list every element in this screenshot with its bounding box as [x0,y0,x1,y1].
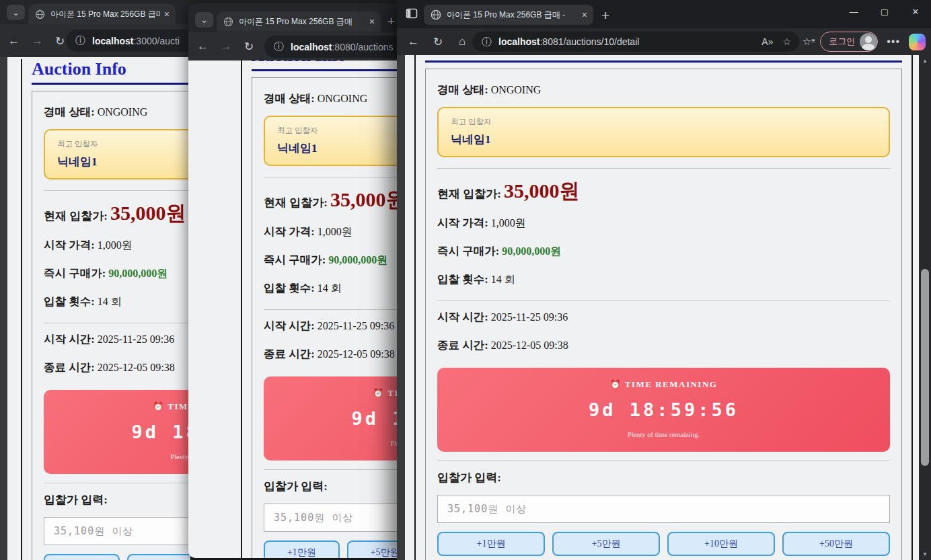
time-remaining-title: ⏰ TIME REMAINING [444,379,883,390]
bid-count-label: 입찰 횟수: [264,282,315,294]
end-time-label: 종료 시간: [44,361,95,374]
home-icon[interactable]: ⌂ [459,35,466,48]
divider [437,168,890,169]
current-bid-value: 35,000원 [330,188,397,210]
start-time-value: 2025-11-25 09:36 [318,320,395,331]
time-remaining-box: ⏰ TIME REMAINING 9d 18:59:56 Plenty of t… [44,390,190,474]
address-bar[interactable]: ⓘ localhost:8080/auctions [264,36,397,58]
scrollbar-thumb[interactable] [921,269,929,466]
minimize-button[interactable]: — [838,0,869,23]
current-bid-label: 현재 입찰가: [44,210,108,223]
address-bar[interactable]: ⓘ localhost:8081/auctions/10/detail A» ☆ [472,32,799,52]
back-icon[interactable]: ← [8,34,20,48]
login-label: 로그인 [829,36,855,48]
window-edge-strip [0,57,7,560]
window-edge-strip [397,55,405,560]
current-bid-label: 현재 입찰가: [437,188,501,200]
buy-now-label: 즉시 구매가: [264,253,326,266]
browser-tab[interactable]: 아이폰 15 Pro Max 256GB 급매 × [217,11,381,32]
divider [264,469,397,470]
quick-bid-buttons: +1만원 +5만원 +10만원 +50만원 [44,554,190,560]
auction-info-panel: 경매 상태: ONGOING 최고 입찰자 닉네임1 현재 입찰가:35,000… [252,77,397,558]
end-time-value: 2025-12-05 09:38 [318,348,395,360]
start-time-value: 2025-11-25 09:36 [491,311,568,323]
quick-bid-button-5[interactable]: +5만원 [552,532,660,556]
new-tab-icon[interactable]: + [601,7,609,24]
start-price-label: 시작 가격: [437,216,488,229]
auction-status-row: 경매 상태: ONGOING [264,91,397,106]
maximize-button[interactable]: ▢ [869,0,900,23]
tab-search-chevron-icon[interactable]: ⌄ [7,5,25,20]
browser-tab[interactable]: 아이폰 15 Pro Max 256GB 급매 - × [424,5,593,25]
bid-amount-input[interactable] [44,517,190,545]
collections-icon[interactable]: ☆≡ [803,36,811,48]
top-bidder-box: 최고 입찰자 닉네임1 [44,129,190,179]
quick-bid-button-5[interactable]: +5만원 [127,554,190,560]
start-price-value: 1,000원 [318,226,352,237]
countdown-value: 9d 18:59:56 [444,399,883,420]
forward-icon[interactable]: → [32,34,43,48]
new-tab-icon[interactable]: + [387,14,395,29]
quick-bid-button-1[interactable]: +1만원 [44,554,120,560]
tab-search-chevron-icon[interactable]: ⌄ [195,12,213,28]
refresh-icon[interactable]: ↻ [244,40,254,54]
address-bar[interactable]: ⓘ localhost:3000/aucti [66,30,190,52]
tab-close-icon[interactable]: × [582,10,587,19]
refresh-icon[interactable]: ↻ [55,34,65,48]
start-price-row: 시작 가격: 1,000원 [264,225,397,239]
tab-bar: ⌄ 아이폰 15 Pro Max 256GB 급매 × + [188,3,397,32]
refresh-icon[interactable]: ↻ [433,35,443,49]
copilot-icon[interactable] [909,34,926,50]
tab-actions-icon[interactable] [405,7,418,20]
scroll-down-icon[interactable]: ▼ [919,551,931,557]
auction-status-row: 경매 상태: ONGOING [44,105,190,120]
top-bidder-value: 닉네임1 [451,132,877,147]
auction-info-panel: 경매 상태: ONGOING 최고 입찰자 닉네임1 현재 입찰가:35,000… [32,91,190,560]
start-time-row: 시작 시간: 2025-11-25 09:36 [44,332,190,347]
back-icon[interactable]: ← [408,35,419,48]
quick-bid-button-1[interactable]: +1만원 [437,532,545,556]
start-time-label: 시작 시간: [44,333,95,346]
more-menu-icon[interactable]: ••• [887,36,900,48]
site-info-icon[interactable]: ⓘ [274,40,284,53]
end-time-row: 종료 시간: 2025-12-05 09:38 [44,360,190,375]
quick-bid-button-5[interactable]: +5만원 [347,541,397,558]
bid-amount-input[interactable] [264,504,397,532]
url-path: :3000/aucti [133,36,180,46]
quick-bid-button-1[interactable]: +1만원 [264,541,340,558]
top-bidder-box: 최고 입찰자 닉네임1 [437,107,890,157]
back-icon[interactable]: ← [197,40,209,53]
quick-bid-button-10[interactable]: +10만원 [667,532,775,556]
browser-toolbar: ← ↻ ⌂ ⓘ localhost:8081/auctions/10/detai… [397,28,931,55]
browser-tab[interactable]: 아이폰 15 Pro Max 256GB 급매 × [28,4,176,24]
site-info-icon[interactable]: ⓘ [75,34,85,47]
vertical-scrollbar[interactable]: ▲ ▼ [919,55,931,560]
window-close-button[interactable]: ✕ [900,0,931,23]
read-aloud-icon[interactable]: A» [761,36,773,47]
top-bidder-value: 닉네임1 [277,141,397,156]
scroll-up-icon[interactable]: ▲ [919,58,931,64]
buy-now-value: 90,000,000원 [108,268,167,279]
divider [264,309,397,310]
favorite-star-icon[interactable]: ☆ [782,36,791,47]
current-bid-row: 현재 입찰가:35,000원 [437,177,890,205]
tab-close-icon[interactable]: × [164,9,170,19]
page-title: Auction Info [252,61,397,71]
page-viewport: Auction Info 경매 상태: ONGOING 최고 입찰자 닉네임1 … [397,55,931,560]
page-title: Auction Info [425,55,902,63]
tab-bar: 아이폰 15 Pro Max 256GB 급매 - × + — ▢ ✕ [397,0,931,28]
login-button[interactable]: 로그인 [820,32,878,52]
url-path: :8081/auctions/10/detail [539,36,639,47]
start-price-row: 시작 가격: 1,000원 [44,238,190,253]
quick-bid-button-50[interactable]: +50만원 [782,532,890,556]
auction-status-label: 경매 상태: [264,92,315,105]
forward-icon[interactable]: → [221,40,232,53]
start-price-value: 1,000원 [491,217,526,229]
top-bidder-label: 최고 입찰자 [277,126,397,136]
window-controls: — ▢ ✕ [838,0,931,23]
bid-amount-input[interactable] [437,495,890,523]
start-time-label: 시작 시간: [264,319,315,332]
site-info-icon[interactable]: ⓘ [482,36,492,48]
tab-close-icon[interactable]: × [369,17,375,26]
divider [44,483,190,483]
